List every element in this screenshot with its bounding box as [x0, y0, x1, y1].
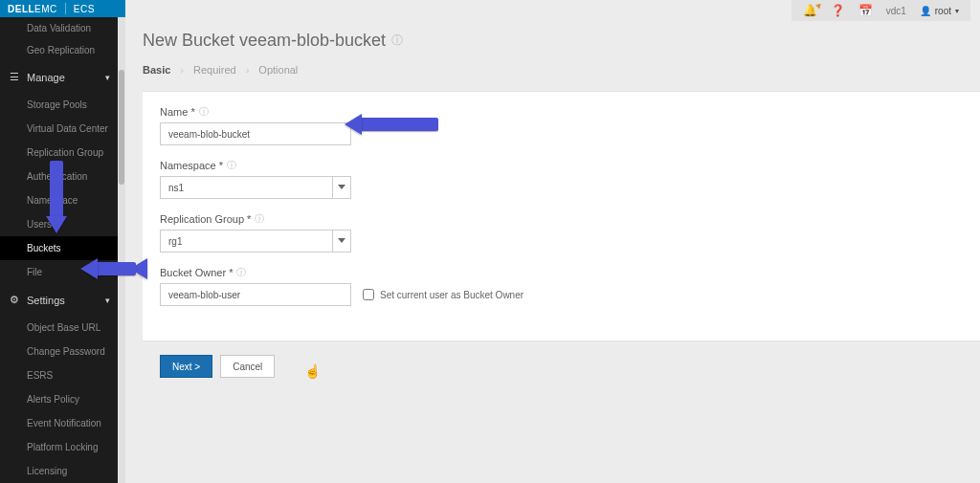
help-icon[interactable]: ⓘ — [255, 212, 264, 226]
user-name: root — [935, 6, 951, 16]
calendar-icon[interactable]: 📅 — [858, 4, 873, 17]
wizard-steps: Basic › Required › Optional — [143, 64, 980, 76]
hamburger-icon: ☰ — [8, 71, 21, 83]
sidebar-section-label: Settings — [27, 295, 65, 306]
brand-dell: DELLEMC — [8, 4, 57, 14]
content-area: New Bucket veeam-blob-bucket ⓘ Basic › R… — [125, 21, 980, 483]
cancel-button[interactable]: Cancel — [220, 355, 275, 378]
wizard-step-optional[interactable]: Optional — [258, 64, 298, 76]
set-current-user-checkbox[interactable] — [363, 289, 374, 300]
brand-divider — [65, 3, 66, 14]
sidebar-item-event-notification[interactable]: Event Notification — [0, 411, 118, 435]
set-current-user-label: Set current user as Bucket Owner — [380, 290, 523, 300]
annotation-arrow — [50, 161, 63, 218]
namespace-select[interactable]: ns1 — [160, 176, 351, 199]
cursor-icon: ☝ — [304, 363, 321, 379]
sidebar-item-alerts-policy[interactable]: Alerts Policy — [0, 387, 118, 411]
label-text: Bucket Owner * — [160, 267, 233, 278]
wizard-step-required[interactable]: Required — [193, 64, 236, 76]
sidebar: Data Validation Geo Replication ☰ Manage… — [0, 17, 118, 483]
form-actions: Next > Cancel — [143, 341, 980, 378]
chevron-right-icon: › — [246, 64, 250, 76]
annotation-arrow — [360, 118, 438, 131]
replication-group-select[interactable]: rg1 — [160, 230, 351, 252]
sidebar-item-virtual-data-center[interactable]: Virtual Data Center — [0, 117, 118, 141]
sidebar-item-data-validation[interactable]: Data Validation — [0, 17, 118, 39]
help-icon[interactable]: ⓘ — [227, 159, 236, 172]
chevron-down-icon: ▾ — [105, 296, 110, 305]
sidebar-section-manage[interactable]: ☰ Manage ▾ — [0, 61, 118, 93]
sidebar-item-esrs[interactable]: ESRS — [0, 363, 118, 387]
label-text: Replication Group * — [160, 213, 251, 225]
select-value: ns1 — [168, 183, 184, 193]
bucket-owner-input[interactable] — [160, 283, 351, 306]
brand-bar: DELLEMC ECS — [0, 0, 125, 17]
gear-icon: ⚙ — [8, 294, 21, 306]
help-icon[interactable]: ⓘ — [236, 266, 246, 279]
chevron-down-icon — [338, 238, 345, 243]
field-name: Name * ⓘ — [160, 105, 963, 145]
field-bucket-owner: Bucket Owner * ⓘ Set current user as Buc… — [160, 266, 963, 306]
label-text: Name * — [160, 106, 195, 118]
chevron-down-icon — [338, 185, 345, 189]
chevron-right-icon: › — [180, 64, 184, 76]
chevron-down-icon: ▾ — [955, 7, 959, 15]
label-name: Name * ⓘ — [160, 105, 963, 119]
brand-product: ECS — [74, 4, 95, 14]
form-basic: Name * ⓘ Namespace * ⓘ ns1 Replication G… — [143, 91, 980, 341]
vdc-label[interactable]: vdc1 — [886, 6, 906, 16]
help-icon[interactable]: ❓ — [831, 4, 845, 17]
help-icon[interactable]: ⓘ — [199, 105, 209, 119]
page-title: New Bucket veeam-blob-bucket ⓘ — [143, 31, 980, 51]
bell-icon[interactable]: 🔔 — [803, 4, 817, 17]
wizard-step-basic[interactable]: Basic — [143, 64, 170, 76]
sidebar-scrollbar[interactable] — [118, 17, 125, 483]
sidebar-section-label: Manage — [27, 72, 65, 83]
label-bucket-owner: Bucket Owner * ⓘ — [160, 266, 963, 279]
sidebar-item-geo-replication[interactable]: Geo Replication — [0, 39, 118, 61]
top-bar: 🔔 ❓ 📅 vdc1 👤 root ▾ — [125, 0, 980, 21]
user-icon: 👤 — [920, 6, 931, 16]
select-value: rg1 — [168, 236, 182, 247]
help-icon[interactable]: ⓘ — [391, 33, 403, 49]
sidebar-item-platform-locking[interactable]: Platform Locking — [0, 435, 118, 459]
sidebar-section-settings[interactable]: ⚙ Settings ▾ — [0, 284, 118, 316]
label-namespace: Namespace * ⓘ — [160, 159, 963, 172]
field-namespace: Namespace * ⓘ ns1 — [160, 159, 963, 199]
next-button[interactable]: Next > — [160, 355, 212, 378]
label-text: Namespace * — [160, 160, 223, 171]
label-replication-group: Replication Group * ⓘ — [160, 212, 963, 226]
field-replication-group: Replication Group * ⓘ rg1 — [160, 212, 963, 252]
annotation-arrow — [96, 262, 136, 275]
sidebar-item-buckets[interactable]: Buckets — [0, 236, 118, 260]
user-menu[interactable]: 👤 root ▾ — [920, 6, 959, 16]
sidebar-item-object-base-url[interactable]: Object Base URL — [0, 316, 118, 340]
name-input[interactable] — [160, 122, 351, 145]
sidebar-item-storage-pools[interactable]: Storage Pools — [0, 93, 118, 117]
top-bar-group: 🔔 ❓ 📅 vdc1 👤 root ▾ — [791, 0, 970, 21]
page-title-text: New Bucket veeam-blob-bucket — [143, 31, 386, 51]
sidebar-item-licensing[interactable]: Licensing — [0, 459, 118, 483]
chevron-down-icon: ▾ — [105, 73, 110, 82]
sidebar-item-change-password[interactable]: Change Password — [0, 340, 118, 363]
